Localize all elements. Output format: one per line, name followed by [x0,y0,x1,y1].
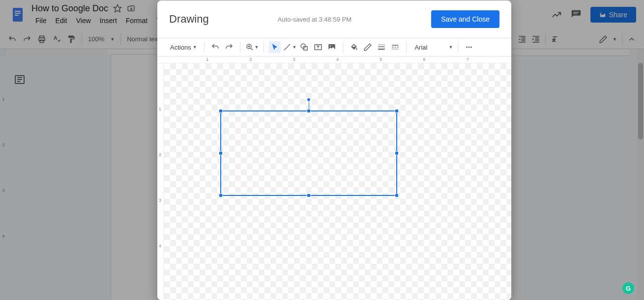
svg-point-24 [356,48,357,50]
svg-line-15 [251,48,253,50]
drawing-ruler-vertical: 1 2 3 4 [157,63,164,300]
grammarly-icon[interactable]: G [622,282,634,294]
shape-tool-icon[interactable] [298,41,310,53]
more-icon[interactable] [463,41,475,53]
selected-rectangle-shape[interactable] [220,110,397,196]
svg-rect-32 [392,49,393,50]
svg-rect-35 [397,49,398,50]
autosave-status: Auto-saved at 3:48:59 PM [278,16,351,23]
font-caret-icon[interactable]: ▼ [448,45,453,50]
redo-icon[interactable] [223,41,235,53]
svg-point-37 [466,47,468,48]
svg-rect-25 [379,45,385,45]
resize-handle-e[interactable] [395,151,399,155]
drawing-toolbar: Actions ▼ ▼ ▼ Arial ▼ [157,38,511,56]
select-tool-icon[interactable] [269,41,281,53]
svg-rect-29 [392,47,394,48]
resize-handle-sw[interactable] [219,193,223,197]
svg-rect-31 [397,47,399,48]
svg-line-18 [284,44,290,50]
caret-down-icon: ▼ [193,45,197,50]
svg-rect-36 [398,49,399,50]
line-tool[interactable]: ▼ [283,43,296,52]
drawing-header: Drawing Auto-saved at 3:48:59 PM Save an… [157,0,511,38]
undo-icon[interactable] [209,41,221,53]
font-selector[interactable]: Arial [411,44,446,51]
svg-point-39 [470,47,472,48]
textbox-tool-icon[interactable] [312,41,324,53]
resize-handle-nw[interactable] [219,109,223,113]
resize-handle-n[interactable] [307,109,311,113]
border-weight-icon[interactable] [376,41,387,53]
resize-handle-se[interactable] [395,193,399,197]
border-color-icon[interactable] [362,41,374,53]
svg-rect-27 [379,49,385,50]
svg-rect-26 [379,47,385,48]
svg-point-38 [468,47,470,48]
svg-rect-34 [395,49,396,50]
save-and-close-button[interactable]: Save and Close [431,10,499,28]
border-dash-icon[interactable] [389,41,401,53]
actions-menu[interactable]: Actions ▼ [168,42,199,53]
drawing-title: Drawing [169,13,209,26]
rotate-handle[interactable] [307,98,311,102]
zoom-tool[interactable]: ▼ [245,43,259,52]
drawing-modal: Drawing Auto-saved at 3:48:59 PM Save an… [157,0,511,300]
svg-rect-30 [395,47,396,48]
caret-down-icon: ▼ [292,45,296,50]
resize-handle-w[interactable] [219,151,223,155]
svg-rect-28 [392,45,399,46]
drawing-ruler-horizontal: 1 2 3 4 5 6 7 [157,56,511,63]
svg-rect-33 [394,49,395,50]
drawing-canvas[interactable] [164,63,511,300]
caret-down-icon: ▼ [255,45,259,50]
resize-handle-ne[interactable] [395,109,399,113]
resize-handle-s[interactable] [307,193,311,197]
svg-point-23 [330,46,331,47]
image-tool-icon[interactable] [326,41,338,53]
drawing-canvas-area: 1 2 3 4 [157,63,511,300]
fill-color-icon[interactable] [348,41,360,53]
